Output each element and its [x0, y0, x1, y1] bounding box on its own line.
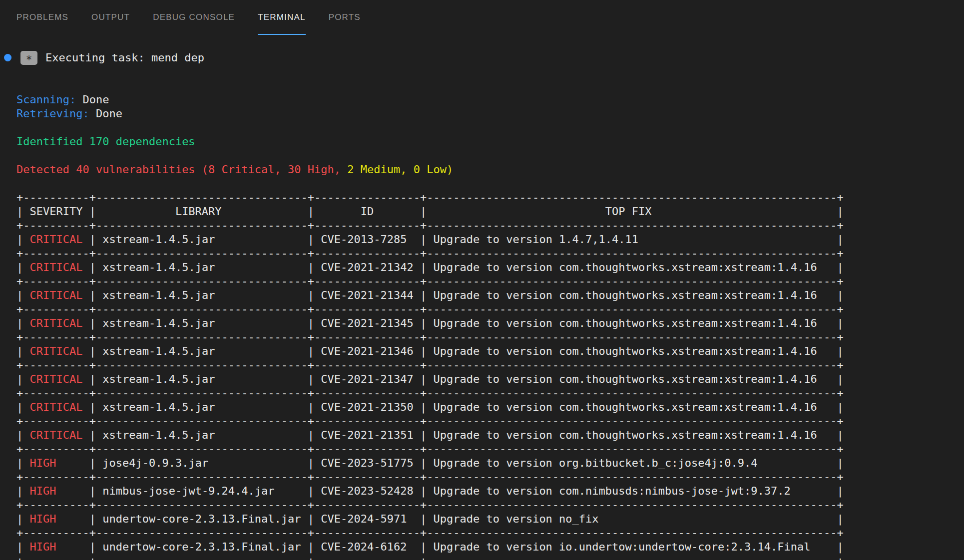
scanning-value: Done [82, 93, 109, 106]
detected-segment: 30 High [288, 163, 334, 176]
severity-cell: HIGH [30, 541, 56, 553]
blank-line [16, 149, 964, 163]
table-row: | CRITICAL | xstream-1.4.5.jar | CVE-202… [16, 261, 964, 275]
severity-cell: CRITICAL [30, 261, 83, 274]
severity-cell: CRITICAL [30, 373, 83, 385]
table-border: +----------+----------------------------… [16, 219, 964, 233]
table-border: +----------+----------------------------… [16, 414, 964, 428]
table-border: +----------+----------------------------… [16, 191, 964, 205]
scanning-label: Scanning: [16, 93, 76, 106]
panel-tab-ports[interactable]: PORTS [329, 0, 361, 35]
table-border: +----------+----------------------------… [16, 498, 964, 512]
table-row: | CRITICAL | xstream-1.4.5.jar | CVE-202… [16, 344, 964, 358]
retrieving-value: Done [96, 107, 122, 120]
severity-cell: CRITICAL [30, 317, 83, 329]
table-border: +----------+----------------------------… [16, 470, 964, 484]
panel-tabs: PROBLEMSOUTPUTDEBUG CONSOLETERMINALPORTS [0, 0, 964, 35]
table-row: | CRITICAL | xstream-1.4.5.jar | CVE-201… [16, 233, 964, 247]
identified-line: Identified 170 dependencies [16, 135, 964, 149]
table-border: +----------+----------------------------… [16, 247, 964, 261]
blank-line [16, 177, 964, 191]
detected-segment: Detected 40 vulnerabilities ( [16, 163, 208, 176]
detected-segment: , [400, 163, 414, 176]
severity-cell: CRITICAL [30, 233, 83, 246]
task-line: *Executing task: mend dep [16, 51, 964, 65]
panel-tab-output[interactable]: OUTPUT [91, 0, 130, 35]
command-decoration-icon[interactable] [4, 54, 11, 61]
severity-cell: CRITICAL [30, 429, 83, 441]
severity-cell: HIGH [30, 513, 56, 525]
panel-tab-problems[interactable]: PROBLEMS [16, 0, 68, 35]
detected-segment: 8 Critical [208, 163, 274, 176]
table-border: +----------+----------------------------… [16, 442, 964, 456]
retrieving-line: Retrieving:Done [16, 107, 964, 121]
table-row: | CRITICAL | xstream-1.4.5.jar | CVE-202… [16, 372, 964, 386]
severity-cell: CRITICAL [30, 401, 83, 413]
detected-segment: 0 Low [414, 163, 447, 176]
table-row: | HIGH | undertow-core-2.3.13.Final.jar … [16, 540, 964, 554]
blank-line [16, 121, 964, 135]
blank-line [16, 65, 964, 79]
table-header-row: | SEVERITY | LIBRARY | ID | TOP FIX | [16, 205, 964, 219]
terminal-output[interactable]: *Executing task: mend dep Scanning:Done … [0, 35, 964, 560]
scanning-line: Scanning:Done [16, 93, 964, 107]
detected-segment: , [334, 163, 348, 176]
detected-segment: , [275, 163, 288, 176]
table-row: | CRITICAL | xstream-1.4.5.jar | CVE-202… [16, 288, 964, 302]
table-row: | CRITICAL | xstream-1.4.5.jar | CVE-202… [16, 428, 964, 442]
table-border: +----------+----------------------------… [16, 526, 964, 540]
table-row: | HIGH | nimbus-jose-jwt-9.24.4.jar | CV… [16, 484, 964, 498]
table-border: +----------+----------------------------… [16, 386, 964, 400]
panel-tab-terminal[interactable]: TERMINAL [258, 0, 306, 35]
vulnerability-table: +----------+----------------------------… [16, 191, 964, 560]
severity-cell: CRITICAL [30, 289, 83, 301]
severity-cell: CRITICAL [30, 345, 83, 357]
severity-cell: HIGH [30, 485, 56, 497]
detected-segment: 2 Medium [347, 163, 400, 176]
task-text: Executing task: mend dep [45, 51, 204, 64]
table-row: | CRITICAL | xstream-1.4.5.jar | CVE-202… [16, 316, 964, 330]
blank-line [16, 79, 964, 93]
table-border: +----------+----------------------------… [16, 302, 964, 316]
vscode-panel: PROBLEMSOUTPUTDEBUG CONSOLETERMINALPORTS… [0, 0, 964, 560]
table-border: +----------+----------------------------… [16, 330, 964, 344]
panel-tab-debug-console[interactable]: DEBUG CONSOLE [153, 0, 235, 35]
table-row: | HIGH | undertow-core-2.3.13.Final.jar … [16, 512, 964, 526]
severity-cell: HIGH [30, 457, 56, 469]
table-border: +----------+----------------------------… [16, 275, 964, 288]
detected-segment: ) [447, 163, 453, 176]
table-row: | HIGH | jose4j-0.9.3.jar | CVE-2023-517… [16, 456, 964, 470]
table-border: +----------+----------------------------… [16, 554, 964, 560]
task-icon: * [20, 51, 37, 65]
detected-line: Detected 40 vulnerabilities (8 Critical,… [16, 163, 964, 177]
retrieving-label: Retrieving: [16, 107, 89, 120]
table-border: +----------+----------------------------… [16, 358, 964, 372]
table-row: | CRITICAL | xstream-1.4.5.jar | CVE-202… [16, 400, 964, 414]
